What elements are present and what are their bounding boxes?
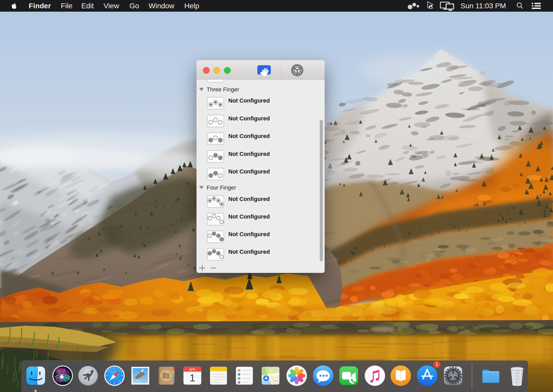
svg-text:3D: 3D <box>274 379 278 382</box>
svg-text:APR: APR <box>190 368 195 371</box>
svg-text:1: 1 <box>190 372 195 383</box>
